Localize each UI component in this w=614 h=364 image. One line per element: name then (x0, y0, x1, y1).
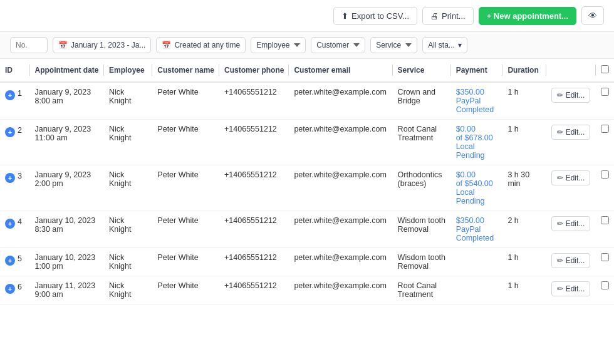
edit-button[interactable]: ✏ Edit... (551, 253, 591, 268)
expand-icon[interactable]: + (5, 127, 15, 137)
edit-button[interactable]: ✏ Edit... (551, 88, 591, 103)
col-header-custname: Customer name (152, 59, 219, 82)
cell-custname: Peter White (152, 248, 219, 276)
export-csv-button[interactable]: ⬆ Export to CSV... (333, 7, 417, 25)
cell-service: Orthodontics (braces) (393, 165, 451, 211)
row-checkbox[interactable] (601, 170, 609, 179)
no-filter-input[interactable] (10, 37, 48, 53)
employee-filter[interactable]: Employee (251, 37, 306, 53)
toolbar: ⬆ Export to CSV... 🖨 Print... + New appo… (0, 0, 614, 32)
table-row: + 3 January 9, 2023 2:00 pm Nick Knight … (0, 165, 614, 211)
table-row: + 4 January 10, 2023 8:30 am Nick Knight… (0, 211, 614, 248)
cell-employee: Nick Knight (104, 165, 152, 211)
cell-custname: Peter White (152, 276, 219, 304)
cell-payment: $0.00of $540.00LocalPending (451, 165, 503, 211)
row-checkbox[interactable] (601, 253, 609, 261)
col-header-email: Customer email (289, 59, 392, 82)
edit-icon: ✏ (557, 174, 563, 182)
cell-custname: Peter White (152, 120, 219, 165)
cell-date: January 10, 2023 8:30 am (30, 211, 105, 248)
cell-action: ✏ Edit... (546, 211, 596, 248)
cell-action: ✏ Edit... (546, 120, 596, 165)
expand-icon[interactable]: + (5, 173, 15, 183)
service-filter[interactable]: Service (370, 37, 417, 53)
cell-id: + 1 (0, 82, 30, 120)
select-all-checkbox[interactable] (601, 65, 609, 73)
edit-icon: ✏ (557, 219, 563, 228)
edit-button[interactable]: ✏ Edit... (551, 281, 591, 296)
cell-payment (451, 248, 503, 276)
col-header-employee: Employee (104, 59, 152, 82)
edit-icon: ✏ (557, 256, 563, 265)
cell-date: January 9, 2023 2:00 pm (30, 165, 105, 211)
cell-service: Wisdom tooth Removal (393, 211, 451, 248)
col-header-payment: Payment (451, 59, 503, 82)
cell-duration: 3 h 30 min (502, 165, 546, 211)
id-value: 2 (18, 126, 22, 135)
customer-filter[interactable]: Customer (311, 37, 365, 53)
created-at-filter[interactable]: 📅 Created at any time (156, 37, 246, 53)
expand-icon[interactable]: + (5, 256, 15, 266)
cell-action: ✏ Edit... (546, 248, 596, 276)
cell-custphone: +14065551212 (219, 276, 289, 304)
cell-check (596, 82, 614, 120)
row-checkbox[interactable] (601, 125, 609, 133)
cell-custphone: +14065551212 (219, 120, 289, 165)
cell-id: + 4 (0, 211, 30, 248)
id-value: 5 (18, 254, 22, 263)
cell-date: January 11, 2023 9:00 am (30, 276, 105, 304)
cell-employee: Nick Knight (104, 248, 152, 276)
id-value: 1 (18, 89, 22, 98)
cell-action: ✏ Edit... (546, 276, 596, 304)
cell-custphone: +14065551212 (219, 248, 289, 276)
filter-bar: 📅 January 1, 2023 - Ja... 📅 Created at a… (0, 32, 614, 59)
expand-icon[interactable]: + (5, 90, 15, 100)
new-appointment-button[interactable]: + New appointment... (479, 7, 576, 25)
cell-id: + 3 (0, 165, 30, 211)
cell-check (596, 165, 614, 211)
cell-service: Root Canal Treatment (393, 276, 451, 304)
col-header-id: ID (0, 59, 30, 82)
col-header-action (546, 59, 596, 82)
status-filter[interactable]: All sta... ▾ (422, 37, 467, 53)
edit-button[interactable]: ✏ Edit... (551, 125, 591, 140)
cell-email: peter.white@example.com (289, 248, 392, 276)
expand-icon[interactable]: + (5, 219, 15, 229)
cell-employee: Nick Knight (104, 120, 152, 165)
cell-duration: 1 h (502, 120, 546, 165)
cell-email: peter.white@example.com (289, 82, 392, 120)
cell-check (596, 120, 614, 165)
cell-service: Root Canal Treatment (393, 120, 451, 165)
table-row: + 5 January 10, 2023 1:00 pm Nick Knight… (0, 248, 614, 276)
cell-custname: Peter White (152, 82, 219, 120)
edit-button[interactable]: ✏ Edit... (551, 170, 591, 185)
calendar-icon-2: 📅 (162, 41, 171, 49)
row-checkbox[interactable] (601, 88, 609, 96)
edit-icon: ✏ (557, 128, 563, 137)
appointments-table-wrapper: ID Appointment date Employee Customer na… (0, 59, 614, 304)
cell-id: + 6 (0, 276, 30, 304)
cell-service: Wisdom tooth Removal (393, 248, 451, 276)
id-value: 4 (18, 217, 22, 226)
cell-action: ✏ Edit... (546, 82, 596, 120)
edit-button[interactable]: ✏ Edit... (551, 216, 591, 231)
cell-date: January 10, 2023 1:00 pm (30, 248, 105, 276)
cell-id: + 5 (0, 248, 30, 276)
view-toggle-button[interactable]: 👁 (581, 6, 604, 25)
row-checkbox[interactable] (601, 216, 609, 224)
cell-custphone: +14065551212 (219, 82, 289, 120)
calendar-icon: 📅 (58, 41, 68, 49)
col-header-date: Appointment date (30, 59, 105, 82)
col-header-duration: Duration (502, 59, 546, 82)
cell-duration: 1 h (502, 276, 546, 304)
cell-employee: Nick Knight (104, 82, 152, 120)
table-row: + 1 January 9, 2023 8:00 am Nick Knight … (0, 82, 614, 120)
date-range-filter[interactable]: 📅 January 1, 2023 - Ja... (53, 37, 151, 53)
cell-custphone: +14065551212 (219, 165, 289, 211)
cell-date: January 9, 2023 8:00 am (30, 82, 105, 120)
print-button[interactable]: 🖨 Print... (422, 7, 474, 25)
expand-icon[interactable]: + (5, 284, 15, 294)
cell-service: Crown and Bridge (393, 82, 451, 120)
row-checkbox[interactable] (601, 281, 609, 289)
cell-check (596, 248, 614, 276)
